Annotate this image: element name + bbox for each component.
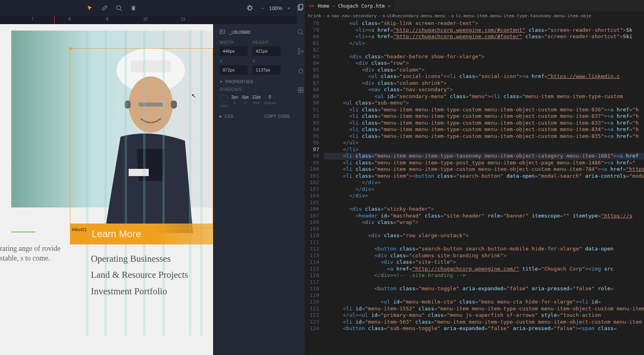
image-icon — [219, 29, 225, 35]
width-input[interactable] — [219, 46, 248, 56]
ruler-mark: 8 — [68, 17, 71, 21]
css-header: CSS — [225, 114, 234, 119]
svg-line-13 — [302, 33, 304, 35]
editor-tab-bar: <> Home - Chugach Corp.htm × — [305, 0, 644, 11]
shadows-label: SHADOWS — [219, 87, 290, 92]
properties-header: PROPERTIES — [225, 80, 253, 84]
files-icon[interactable] — [297, 3, 305, 11]
copy-code-button[interactable]: COPY CODE — [265, 114, 290, 119]
zoom-level: 100% — [269, 5, 282, 11]
editor-tab[interactable]: <> Home - Chugach Corp.htm × — [305, 0, 395, 11]
search-icon[interactable] — [116, 5, 122, 11]
svg-rect-18 — [298, 88, 300, 90]
svg-point-16 — [301, 51, 304, 53]
pan-tool-icon[interactable] — [130, 5, 137, 11]
shadow-color-swatch[interactable] — [220, 95, 228, 102]
svg-rect-20 — [301, 90, 303, 92]
source-control-icon[interactable] — [297, 47, 305, 55]
toolbar: − 100% + — [0, 0, 297, 16]
close-icon[interactable]: × — [388, 3, 391, 9]
canvas[interactable]: Learn More 446x421 rating ange of rovide… — [0, 24, 297, 355]
cta-button[interactable]: Learn More — [70, 224, 213, 244]
eyedropper-icon[interactable] — [101, 5, 108, 11]
selection-box[interactable] — [70, 48, 213, 228]
tab-item[interactable]: Investment Portfolio — [91, 283, 188, 300]
gear-icon[interactable] — [247, 5, 253, 11]
asset-name: _U5U3680 — [229, 30, 250, 35]
timeline-ruler[interactable]: 7 8 9 10 11 — [0, 16, 297, 24]
svg-rect-11 — [299, 4, 303, 9]
ruler-mark: 7 — [31, 17, 34, 21]
y-input[interactable] — [252, 65, 281, 75]
tab-item[interactable]: Operating Businesses — [91, 251, 188, 267]
svg-rect-21 — [301, 88, 303, 90]
ruler-mark: 10 — [143, 17, 148, 21]
ruler-mark: 9 — [106, 17, 109, 21]
inspector-panel: _U5U3680 WIDTH HEIGHT X Y — [213, 24, 297, 355]
code-editor: <> Home - Chugach Corp.htm × hrink › ◇na… — [305, 0, 644, 355]
playhead[interactable] — [54, 16, 55, 24]
activity-bar — [297, 0, 305, 355]
x-label: X — [219, 59, 248, 64]
svg-point-0 — [117, 6, 121, 10]
mouse-cursor-icon: ↖ — [191, 92, 196, 99]
ruler-mark: 11 — [181, 17, 185, 21]
width-label: WIDTH — [219, 40, 248, 45]
html-file-icon: <> — [309, 3, 314, 9]
search-icon[interactable] — [297, 28, 305, 36]
body-copy: rating ange of rovide stable, s to come. — [0, 244, 64, 263]
height-input[interactable] — [252, 46, 281, 56]
height-label: HEIGHT — [252, 40, 281, 45]
tab-title: Home - Chugach Corp.htm — [318, 3, 384, 9]
line-gutter: 7879808182838485868788899091929394959697… — [305, 20, 324, 355]
design-panel: − 100% + 7 8 9 10 11 — [0, 0, 297, 355]
x-input[interactable] — [219, 65, 248, 75]
dimension-badge: 446x421 — [70, 227, 88, 233]
code-content[interactable]: <ul class="skip-link screen-reader-text"… — [324, 20, 644, 355]
svg-rect-19 — [298, 90, 300, 92]
chevron-right-icon[interactable]: ▶ — [219, 115, 222, 118]
zoom-in-button[interactable]: + — [287, 5, 290, 11]
cta-label: Learn More — [92, 228, 141, 240]
design-viewport[interactable]: Learn More 446x421 rating ange of rovide… — [0, 24, 213, 355]
debug-icon[interactable] — [297, 67, 305, 75]
svg-point-15 — [298, 53, 300, 55]
svg-line-1 — [120, 9, 122, 11]
breadcrumb[interactable]: hrink › ◇nav.nav-secondary › ◇ul#seconda… — [305, 11, 644, 20]
svg-point-10 — [221, 31, 222, 32]
select-tool-icon[interactable] — [87, 5, 93, 11]
svg-point-12 — [298, 29, 302, 34]
zoom-out-button[interactable]: − — [261, 5, 265, 11]
tab-item[interactable]: Land & Resource Projects — [91, 267, 188, 283]
svg-point-14 — [298, 48, 300, 50]
chevron-down-icon[interactable]: ▼ — [219, 80, 223, 84]
extensions-icon[interactable] — [297, 86, 305, 94]
y-label: Y — [252, 59, 281, 64]
accent-line — [11, 232, 35, 232]
